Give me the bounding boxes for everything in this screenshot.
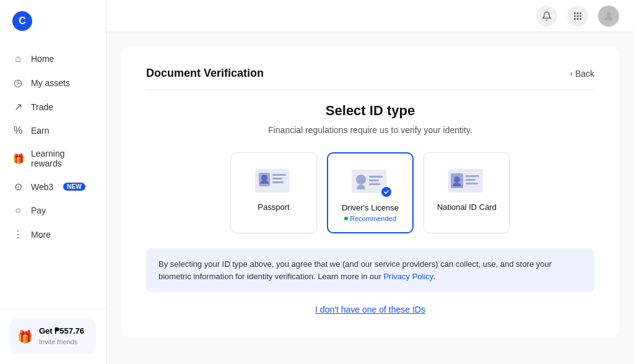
gift-icon: 🎁 (12, 153, 24, 165)
invite-icon: 🎁 (17, 329, 33, 344)
sidebar-label-my-assets: My assets (31, 78, 70, 88)
id-card-passport[interactable]: Passport (230, 152, 317, 233)
sidebar-nav: ⌂ Home ◷ My assets ↗ Trade % Earn 🎁 Lear… (0, 42, 106, 308)
bell-icon (542, 11, 552, 21)
back-button[interactable]: ‹ Back (570, 69, 594, 79)
avatar-icon (602, 10, 615, 22)
svg-point-12 (261, 175, 267, 181)
more-icon: ⋮ (12, 228, 24, 240)
pay-icon: ○ (12, 205, 24, 216)
sidebar-item-more[interactable]: ⋮ More (0, 222, 106, 246)
sidebar-item-pay[interactable]: ○ Pay (0, 199, 106, 222)
new-badge: NEW (63, 183, 85, 191)
content-area: Document Verification ‹ Back Select ID t… (106, 32, 634, 364)
national-id-icon (447, 168, 487, 195)
svg-rect-25 (466, 179, 476, 181)
passport-icon (254, 168, 293, 195)
back-label: Back (575, 69, 594, 79)
doc-card-title: Document Verification (146, 67, 264, 80)
svg-rect-20 (369, 183, 380, 185)
svg-rect-0 (574, 12, 576, 14)
sidebar-bottom: 🎁 Get ₱557.76 Invite friends (0, 308, 106, 364)
national-id-label: National ID Card (437, 202, 497, 212)
id-card-drivers-license[interactable]: Driver's License Recommended (327, 152, 414, 233)
sidebar-item-learning-rewards[interactable]: 🎁 Learning rewards (0, 142, 106, 175)
sidebar-item-home[interactable]: ⌂ Home (0, 47, 106, 71)
id-type-list: Passport (146, 152, 594, 233)
invite-amount: Get ₱557.76 (39, 326, 84, 336)
notice-text: By selecting your ID type above, you agr… (158, 259, 552, 281)
svg-rect-13 (272, 174, 286, 176)
sidebar-label-trade: Trade (31, 102, 53, 112)
notice-period: . (433, 272, 435, 281)
recommended-label: Recommended (350, 215, 396, 222)
document-verification-card: Document Verification ‹ Back Select ID t… (121, 47, 619, 337)
doc-card-header: Document Verification ‹ Back (146, 67, 594, 90)
trade-icon: ↗ (12, 101, 24, 113)
clock-icon: ◷ (12, 77, 24, 89)
svg-rect-24 (466, 175, 479, 177)
select-id-title: Select ID type (146, 103, 594, 119)
sidebar-label-pay: Pay (31, 206, 46, 215)
sidebar: C ⌂ Home ◷ My assets ↗ Trade % Earn 🎁 Le… (0, 0, 106, 364)
notification-button[interactable] (536, 6, 557, 27)
svg-point-23 (454, 176, 460, 183)
svg-point-9 (607, 12, 611, 16)
chevron-left-icon: ‹ (570, 69, 573, 78)
drivers-license-icon (350, 168, 390, 196)
logo-icon[interactable]: C (12, 11, 32, 31)
svg-rect-19 (369, 180, 379, 181)
svg-rect-3 (574, 15, 576, 17)
passport-label: Passport (258, 202, 289, 212)
svg-point-17 (356, 175, 366, 184)
main-area: Document Verification ‹ Back Select ID t… (106, 0, 634, 364)
drivers-license-label: Driver's License (342, 203, 399, 212)
invite-card[interactable]: 🎁 Get ₱557.76 Invite friends (10, 319, 96, 354)
select-id-subtitle: Financial regulations require us to veri… (146, 125, 594, 135)
home-icon: ⌂ (12, 53, 24, 64)
sidebar-label-more: More (31, 230, 51, 240)
svg-rect-15 (272, 181, 284, 183)
svg-rect-26 (466, 183, 478, 184)
sidebar-label-home: Home (31, 54, 54, 64)
svg-rect-8 (580, 18, 581, 20)
checkmark-icon (383, 189, 389, 195)
no-id-button[interactable]: I don't have one of these IDs (146, 305, 594, 314)
svg-rect-6 (574, 18, 576, 20)
sidebar-label-earn: Earn (31, 126, 50, 136)
recommended-dot (344, 217, 348, 220)
svg-rect-7 (577, 18, 579, 20)
svg-rect-18 (369, 176, 383, 178)
sidebar-item-trade[interactable]: ↗ Trade (0, 95, 106, 119)
invite-text: Get ₱557.76 Invite friends (39, 326, 84, 347)
consent-notice: By selecting your ID type above, you agr… (146, 248, 594, 292)
privacy-policy-link[interactable]: Privacy Policy (383, 272, 433, 281)
web3-icon: ⊙ (12, 181, 24, 193)
id-card-national-id[interactable]: National ID Card (423, 152, 510, 233)
apps-button[interactable] (567, 6, 588, 27)
svg-rect-14 (272, 178, 282, 180)
sidebar-item-web3[interactable]: ⊙ Web3 NEW (0, 175, 106, 199)
grid-icon (573, 11, 583, 21)
svg-rect-4 (577, 15, 579, 17)
sidebar-label-web3: Web3 (31, 182, 53, 192)
sidebar-label-learning-rewards: Learning rewards (31, 149, 93, 168)
sidebar-logo: C (0, 0, 106, 42)
svg-rect-5 (580, 15, 581, 17)
svg-rect-1 (577, 12, 579, 14)
invite-subtitle: Invite friends (39, 338, 77, 345)
sidebar-item-earn[interactable]: % Earn (0, 119, 106, 142)
earn-icon: % (12, 125, 24, 136)
topbar (106, 0, 634, 32)
recommended-badge: Recommended (344, 215, 396, 222)
sidebar-item-my-assets[interactable]: ◷ My assets (0, 71, 106, 95)
svg-rect-2 (580, 12, 581, 14)
user-avatar[interactable] (598, 6, 619, 27)
